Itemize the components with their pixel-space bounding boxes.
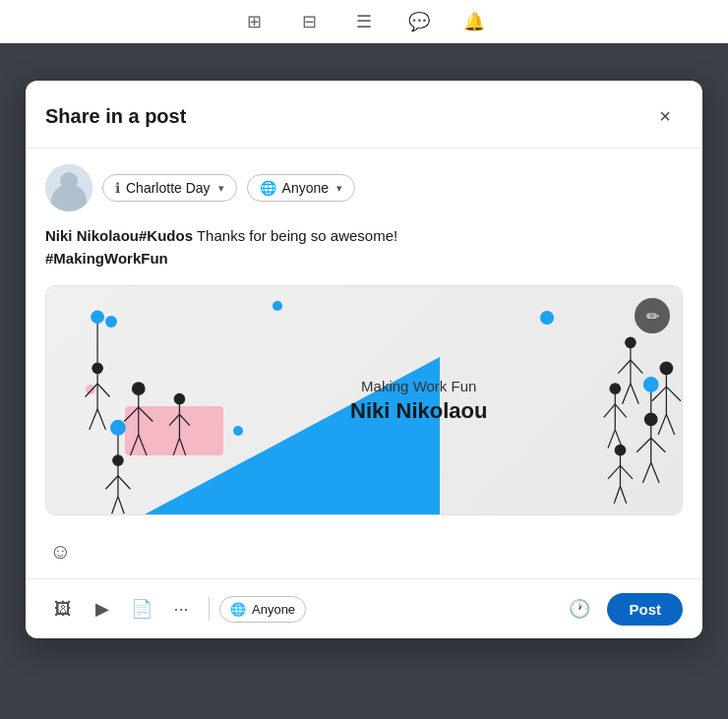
- document-icon: 📄: [131, 598, 152, 620]
- card-text: Making Work Fun Niki Nikolaou: [350, 378, 487, 424]
- svg-line-43: [615, 404, 626, 418]
- jobs-icon: ☰: [352, 10, 376, 33]
- content-card: Making Work Fun Niki Nikolaou ✏: [45, 285, 683, 515]
- svg-line-22: [105, 476, 118, 490]
- footer-toolbar-right: 🕐 Post: [562, 591, 683, 627]
- avatar-image: [45, 164, 92, 211]
- person-icon: ℹ: [115, 180, 120, 196]
- svg-point-8: [133, 383, 146, 395]
- svg-line-5: [97, 409, 105, 430]
- svg-line-23: [118, 476, 131, 490]
- svg-point-46: [644, 413, 657, 426]
- dot-decoration: [273, 301, 282, 311]
- svg-point-0: [92, 363, 102, 373]
- card-inner: Making Work Fun Niki Nikolaou ✏: [46, 286, 682, 514]
- app-top-bar: ⊞ ⊟ ☰ 💬 🔔: [0, 0, 728, 43]
- pencil-icon: ✏: [646, 307, 659, 326]
- author-name: Charlotte Day: [126, 180, 211, 196]
- schedule-button[interactable]: 🕐: [562, 591, 597, 627]
- notifications-icon: 🔔: [462, 10, 486, 33]
- mention-name: Niki Nikolaou: [45, 227, 139, 244]
- author-selector[interactable]: ℹ Charlotte Day ▾: [102, 174, 237, 202]
- svg-line-56: [608, 465, 621, 479]
- svg-point-7: [91, 311, 104, 324]
- svg-line-42: [604, 404, 615, 418]
- svg-point-53: [643, 378, 658, 392]
- add-video-button[interactable]: ▶: [85, 591, 120, 627]
- footer-audience-selector[interactable]: 🌐 Anyone: [219, 596, 306, 623]
- svg-line-37: [666, 387, 681, 401]
- more-options-button[interactable]: ···: [163, 591, 199, 627]
- svg-line-58: [614, 486, 620, 504]
- audience-selector[interactable]: 🌐 Anyone ▾: [247, 174, 355, 202]
- svg-point-34: [660, 362, 673, 375]
- dot-decoration: [540, 311, 554, 325]
- svg-point-54: [615, 445, 625, 454]
- modal-body: ℹ Charlotte Day ▾ 🌐 Anyone ▾ Niki Nikola…: [26, 149, 702, 578]
- audience-label: Anyone: [282, 180, 329, 196]
- user-row: ℹ Charlotte Day ▾ 🌐 Anyone ▾: [45, 164, 683, 211]
- chevron-down-icon: ▾: [218, 182, 224, 195]
- modal-title: Share in a post: [45, 105, 186, 128]
- svg-line-31: [631, 360, 643, 374]
- svg-line-36: [652, 387, 667, 401]
- avatar: [45, 164, 92, 211]
- svg-line-24: [112, 497, 118, 514]
- svg-line-48: [637, 438, 651, 452]
- svg-line-44: [608, 430, 615, 449]
- svg-line-39: [666, 414, 674, 435]
- modal-footer: 🖼 ▶ 📄 ··· 🌐 Anyone 🕐 Post: [26, 578, 702, 638]
- svg-line-3: [97, 384, 110, 397]
- svg-line-49: [651, 438, 666, 452]
- svg-line-38: [658, 414, 666, 435]
- share-post-modal: Share in a post × ℹ Charlotte Day ▾ 🌐 An…: [26, 81, 702, 638]
- home-icon: ⊞: [242, 10, 266, 33]
- emoji-button[interactable]: ☺: [45, 537, 75, 567]
- image-icon: 🖼: [54, 599, 72, 620]
- svg-point-27: [111, 420, 126, 435]
- svg-line-30: [618, 360, 631, 374]
- svg-line-59: [620, 486, 626, 504]
- modal-header: Share in a post ×: [26, 81, 702, 149]
- svg-line-32: [623, 384, 631, 404]
- post-body: Thanks for being so awesome!: [193, 227, 397, 244]
- footer-divider: [209, 597, 210, 621]
- footer-toolbar-left: 🖼 ▶ 📄 ··· 🌐 Anyone: [45, 591, 306, 627]
- card-person-name: Niki Nikolaou: [350, 398, 487, 424]
- svg-line-25: [118, 497, 124, 514]
- clock-icon: 🕐: [569, 598, 590, 620]
- svg-line-33: [631, 384, 638, 404]
- close-button[interactable]: ×: [647, 98, 683, 134]
- svg-point-40: [610, 384, 620, 393]
- more-icon: ···: [173, 599, 188, 620]
- add-document-button[interactable]: 📄: [124, 591, 159, 627]
- chevron-down-icon-audience: ▾: [336, 182, 342, 195]
- footer-audience-label: Anyone: [252, 602, 295, 617]
- post-text-area[interactable]: Niki Nikolaou#Kudos Thanks for being so …: [45, 225, 683, 270]
- network-icon: ⊟: [297, 10, 321, 33]
- svg-line-45: [615, 430, 622, 449]
- card-subtitle: Making Work Fun: [350, 378, 487, 394]
- add-image-button[interactable]: 🖼: [45, 591, 81, 627]
- svg-line-57: [620, 465, 633, 479]
- svg-line-50: [642, 462, 650, 483]
- making-work-fun-hashtag: #MakingWorkFun: [45, 250, 168, 267]
- svg-point-28: [626, 337, 636, 347]
- svg-line-51: [651, 462, 659, 483]
- svg-point-20: [113, 455, 123, 465]
- kudos-hashtag: #Kudos: [139, 227, 193, 244]
- emoji-row: ☺: [45, 531, 683, 578]
- svg-line-4: [90, 409, 97, 430]
- messaging-icon: 💬: [407, 10, 431, 33]
- video-icon: ▶: [95, 598, 109, 620]
- post-button[interactable]: Post: [607, 593, 683, 626]
- dot-decoration: [105, 316, 117, 328]
- dot-decoration: [86, 385, 95, 394]
- globe-icon: 🌐: [260, 180, 276, 196]
- globe-icon-footer: 🌐: [230, 602, 246, 617]
- edit-card-button[interactable]: ✏: [635, 298, 670, 333]
